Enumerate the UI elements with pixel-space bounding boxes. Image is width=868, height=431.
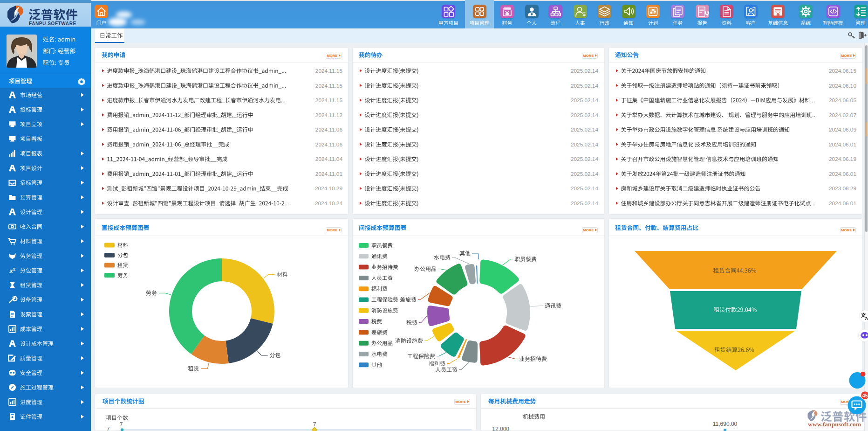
svg-text:2: 2: [13, 267, 15, 271]
